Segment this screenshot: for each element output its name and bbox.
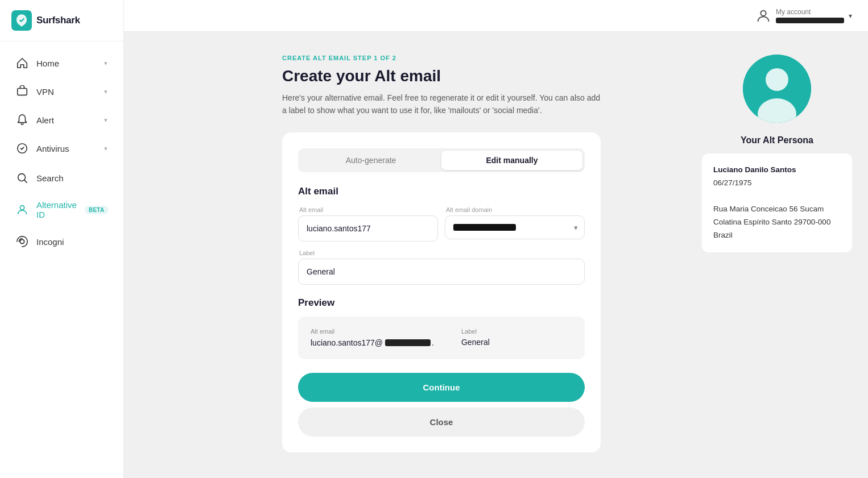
persona-city: Colatina Espírito Santo 29700-000 <box>713 216 841 229</box>
label-input[interactable] <box>298 259 585 285</box>
sidebar-item-search-label: Search <box>36 173 108 183</box>
persona-address: Rua Maria Conceicao 56 Sucam <box>713 203 841 216</box>
avatar-svg <box>743 55 811 123</box>
label-field-group: Label <box>298 250 585 285</box>
sidebar-logo: Surfshark <box>0 0 123 41</box>
sidebar-item-alternative-id[interactable]: Alternative ID BETA <box>5 193 119 227</box>
sidebar: Surfshark Home ▾ VPN ▾ Alert ▾ <box>0 0 124 478</box>
preview-label-value: General <box>461 338 490 347</box>
preview-email-prefix: luciano.santos177@ <box>311 338 383 347</box>
alt-email-label: Alt email <box>298 206 438 213</box>
tab-edit-manually[interactable]: Edit manually <box>441 151 582 170</box>
preview-title: Preview <box>298 297 585 309</box>
page-title: Create your Alt email <box>282 67 652 85</box>
avatar <box>743 55 811 123</box>
svg-point-4 <box>20 206 24 210</box>
account-value-redacted <box>776 18 844 23</box>
form-card: Auto-generate Edit manually Alt email Al… <box>282 132 601 452</box>
preview-label-group: Label General <box>461 328 490 348</box>
sidebar-navigation: Home ▾ VPN ▾ Alert ▾ Antivirus ▾ <box>0 41 123 478</box>
svg-point-8 <box>766 68 788 91</box>
persona-dob: 06/27/1975 <box>713 177 841 190</box>
label-field-label: Label <box>298 250 585 256</box>
chevron-down-icon: ▾ <box>104 117 108 124</box>
alt-email-input[interactable] <box>298 215 438 242</box>
alt-email-field-row: Alt email Alt email domain ▾ <box>298 206 585 242</box>
sidebar-logo-text: Surfshark <box>36 15 80 26</box>
alt-email-section-title: Alt email <box>298 186 585 197</box>
sidebar-item-home-label: Home <box>36 59 96 68</box>
chevron-down-icon: ▾ <box>104 145 108 152</box>
sidebar-item-alternative-id-label: Alternative ID <box>36 200 77 219</box>
page-description: Here's your alternative email. Feel free… <box>282 92 601 117</box>
alert-icon <box>16 114 28 126</box>
sidebar-item-vpn[interactable]: VPN ▾ <box>5 78 119 105</box>
home-icon <box>16 57 28 69</box>
svg-point-5 <box>20 239 24 243</box>
svg-rect-1 <box>18 89 27 95</box>
sidebar-item-search[interactable]: Search <box>5 164 119 192</box>
persona-name: Luciano Danilo Santos <box>713 164 841 177</box>
alt-email-domain-field-group: Alt email domain ▾ <box>445 206 585 242</box>
persona-card: Luciano Danilo Santos 06/27/1975 Rua Mar… <box>702 153 852 252</box>
alt-email-field-group: Alt email <box>298 206 438 242</box>
preview-domain-redacted <box>385 339 431 346</box>
alternative-id-icon <box>16 203 28 216</box>
sidebar-item-antivirus[interactable]: Antivirus ▾ <box>5 135 119 162</box>
sidebar-item-incogni[interactable]: Incogni <box>5 228 119 255</box>
continue-button[interactable]: Continue <box>298 373 585 402</box>
sidebar-item-incogni-label: Incogni <box>36 237 108 247</box>
alt-email-domain-select[interactable] <box>445 215 585 239</box>
tab-row: Auto-generate Edit manually <box>298 148 585 172</box>
label-field-row: Label <box>298 250 585 285</box>
button-row: Continue Close <box>282 373 601 452</box>
sidebar-item-alert-label: Alert <box>36 115 96 125</box>
vpn-icon <box>16 85 28 98</box>
preview-alt-email-label: Alt email <box>311 328 434 335</box>
alt-email-domain-label: Alt email domain <box>445 206 585 213</box>
topbar: My account ▾ <box>124 0 868 32</box>
account-button[interactable]: My account ▾ <box>755 8 852 24</box>
alt-persona-title: Your Alt Persona <box>741 135 813 146</box>
alt-email-domain-wrapper: ▾ <box>445 215 585 239</box>
close-button[interactable]: Close <box>298 408 585 437</box>
right-panel: Your Alt Persona Luciano Danilo Santos 0… <box>686 32 868 478</box>
account-label: My account <box>776 8 811 16</box>
chevron-down-icon: ▾ <box>104 88 108 95</box>
incogni-icon <box>16 235 28 248</box>
persona-country: Brazil <box>713 229 841 242</box>
main-content: CREATE ALT EMAIL STEP 1 OF 2 Create your… <box>248 32 868 478</box>
account-chevron-icon: ▾ <box>849 12 852 20</box>
content-panel: CREATE ALT EMAIL STEP 1 OF 2 Create your… <box>248 32 686 478</box>
sidebar-item-antivirus-label: Antivirus <box>36 144 96 153</box>
account-info: My account <box>776 8 844 23</box>
sidebar-item-alert[interactable]: Alert ▾ <box>5 106 119 134</box>
domain-redacted <box>453 224 516 231</box>
preview-alt-email-value: luciano.santos177@. <box>311 338 434 347</box>
search-icon <box>16 172 28 184</box>
preview-label-label: Label <box>461 328 490 335</box>
sidebar-item-vpn-label: VPN <box>36 87 96 97</box>
svg-point-6 <box>760 10 766 15</box>
preview-box: Alt email luciano.santos177@. Label Gene… <box>298 317 585 359</box>
tab-auto-generate[interactable]: Auto-generate <box>300 151 441 170</box>
account-person-icon <box>755 8 771 24</box>
preview-email-group: Alt email luciano.santos177@. <box>311 328 434 348</box>
beta-badge: BETA <box>85 206 109 214</box>
sidebar-item-home[interactable]: Home ▾ <box>5 49 119 77</box>
surfshark-logo-icon <box>11 10 32 31</box>
antivirus-icon <box>16 142 28 155</box>
chevron-down-icon: ▾ <box>104 60 108 67</box>
step-label: CREATE ALT EMAIL STEP 1 OF 2 <box>282 55 652 61</box>
